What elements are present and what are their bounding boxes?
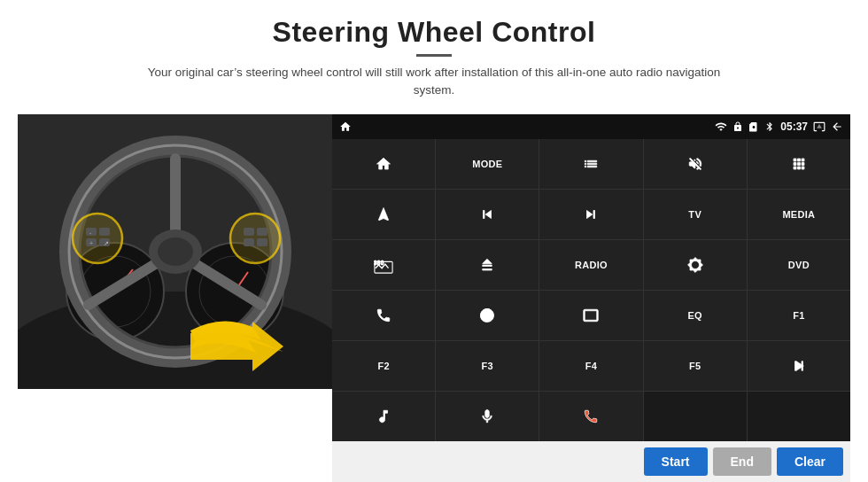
phone-button[interactable] (332, 291, 435, 340)
svg-point-16 (73, 214, 122, 263)
brightness-button[interactable] (644, 240, 747, 290)
mode-button[interactable]: MODE (436, 139, 539, 189)
next-button[interactable] (539, 190, 642, 239)
svg-rect-25 (244, 228, 254, 236)
page-wrapper: Steering Wheel Control Your original car… (0, 0, 868, 482)
radio-button[interactable]: RADIO (539, 240, 642, 290)
empty-btn-1 (644, 392, 747, 441)
svg-rect-19 (99, 228, 110, 236)
f3-button[interactable]: F3 (436, 341, 539, 391)
status-right: 05:37 (715, 120, 843, 133)
f5-button[interactable]: F5 (644, 341, 747, 391)
dvd-button[interactable]: DVD (748, 240, 850, 290)
clear-button[interactable]: Clear (777, 447, 843, 476)
apps-button[interactable] (748, 139, 850, 189)
svg-text:+: + (89, 240, 93, 246)
android-panel: 05:37 (332, 114, 850, 483)
svg-point-15 (158, 237, 193, 266)
title-divider (416, 54, 452, 57)
end-button[interactable]: End (713, 447, 771, 476)
header-section: Steering Wheel Control Your original car… (0, 0, 868, 107)
home-status-icon (339, 120, 352, 133)
bluetooth-icon (764, 121, 775, 132)
screen-cast-icon (813, 120, 825, 133)
empty-btn-2 (748, 392, 850, 441)
button-grid: MODE (332, 139, 850, 442)
cam360-button[interactable]: 360 (332, 240, 435, 290)
eq-button[interactable]: EQ (644, 291, 747, 340)
svg-point-24 (230, 214, 280, 263)
content-area: + - ↗ (0, 107, 868, 483)
f4-button[interactable]: F4 (539, 341, 642, 391)
bottom-bar: Start End Clear (332, 441, 850, 482)
swipe-button[interactable] (436, 291, 539, 340)
list-button[interactable] (539, 139, 642, 189)
lock-icon (732, 121, 743, 132)
music-button[interactable] (332, 392, 435, 441)
svg-rect-28 (257, 238, 267, 246)
steering-wheel-image: + - ↗ (18, 114, 332, 389)
prev-button[interactable] (436, 190, 539, 239)
screen-button[interactable] (539, 291, 642, 340)
status-time: 05:37 (780, 120, 808, 133)
start-button[interactable]: Start (644, 447, 708, 476)
f2-button[interactable]: F2 (332, 341, 435, 391)
status-bar: 05:37 (332, 114, 850, 139)
mute-button[interactable] (644, 139, 747, 189)
back-icon (831, 120, 843, 133)
f1-button[interactable]: F1 (748, 291, 850, 340)
eject-button[interactable] (436, 240, 539, 290)
svg-rect-27 (257, 228, 267, 236)
tv-button[interactable]: TV (644, 190, 747, 239)
subtitle: Your original car’s steering wheel contr… (133, 64, 735, 100)
sim-icon (748, 121, 759, 132)
navigation-button[interactable] (332, 190, 435, 239)
media-button[interactable]: MEDIA (748, 190, 850, 239)
page-title: Steering Wheel Control (35, 16, 833, 49)
mic-button[interactable] (436, 392, 539, 441)
home-button[interactable] (332, 139, 435, 189)
playpause-button[interactable] (748, 341, 850, 391)
svg-text:↗: ↗ (104, 240, 109, 246)
svg-rect-26 (244, 238, 254, 246)
wifi-icon (715, 120, 727, 133)
status-left (339, 120, 352, 133)
hangup-button[interactable] (539, 392, 642, 441)
